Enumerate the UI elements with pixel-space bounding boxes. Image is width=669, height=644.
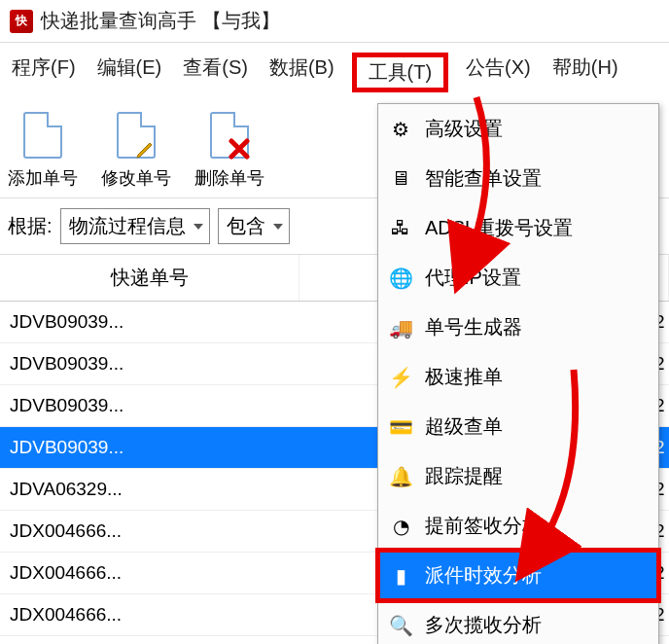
menu-item-monitor[interactable]: 🖥智能查单设置 [378,154,658,203]
filter-field-select[interactable]: 物流过程信息 [60,208,210,244]
menu-item-label: 极速推单 [425,364,503,390]
menu-item-label: 智能查单设置 [425,165,542,192]
truck-icon: 🚚 [388,315,413,340]
monitor-icon: 🖥 [388,166,413,192]
menu-item-label: ADSL重拨号设置 [425,215,573,241]
cell-tracking: JDVA06329... [0,469,299,511]
menu-item-network[interactable]: 🖧ADSL重拨号设置 [378,203,658,253]
menu-tools[interactable]: 工具(T) [352,53,449,92]
document-delete-icon [206,108,253,162]
app-icon: 快 [10,10,33,33]
globe-icon: 🌐 [388,266,413,291]
menu-bar: 程序(F) 编辑(E) 查看(S) 数据(B) 工具(T) 公告(X) 帮助(H… [0,43,669,104]
cell-tracking: JDX004666... [0,594,299,636]
menu-item-label: 派件时效分析 [425,562,542,589]
chart-bar-icon: ▮ [388,563,413,589]
delete-button[interactable]: 删除单号 [194,108,264,190]
cell-tracking: JDVB09039... [0,343,299,385]
chart-pie-icon: ◔ [388,514,413,539]
search-icon: 🔍 [388,613,413,638]
tools-dropdown: ⚙高级设置🖥智能查单设置🖧ADSL重拨号设置🌐代理IP设置🚚单号生成器⚡极速推单… [377,103,659,644]
title-bar: 快 快递批量查询高手 【与我】 [0,0,669,43]
window-title: 快递批量查询高手 【与我】 [41,8,280,34]
cell-tracking: JDVB09039... [0,302,299,343]
bell-icon: 🔔 [388,464,413,489]
network-icon: 🖧 [388,216,413,241]
menu-item-label: 单号生成器 [425,314,522,340]
menu-help[interactable]: 帮助(H) [548,53,622,92]
menu-view[interactable]: 查看(S) [179,53,252,92]
menu-item-search[interactable]: 🔍多次揽收分析 [378,600,658,644]
lightning-icon: ⚡ [388,365,413,390]
menu-edit[interactable]: 编辑(E) [93,53,166,92]
menu-program[interactable]: 程序(F) [8,53,80,92]
cell-tracking: JDVB09039... [0,385,299,427]
menu-item-globe[interactable]: 🌐代理IP设置 [378,253,658,303]
col-header-tracking[interactable]: 快递单号 [0,255,299,302]
menu-item-chart-bar[interactable]: ▮派件时效分析 [378,551,658,600]
menu-item-label: 代理IP设置 [425,265,521,291]
cell-tracking: JDVB09039... [0,427,299,469]
menu-item-label: 多次揽收分析 [425,612,542,638]
edit-label: 修改单号 [101,166,171,190]
document-icon [19,108,66,162]
edit-button[interactable]: 修改单号 [101,108,171,190]
menu-item-label: 高级设置 [425,116,503,142]
add-label: 添加单号 [8,166,78,190]
gear-icon: ⚙ [388,117,413,142]
menu-item-bell[interactable]: 🔔跟踪提醒 [378,451,658,501]
menu-item-label: 提前签收分析 [425,513,542,539]
menu-data[interactable]: 数据(B) [265,53,338,92]
menu-item-label: 超级查单 [425,413,503,440]
cell-tracking: JDX004666... [0,553,299,594]
document-edit-icon [113,108,159,162]
menu-item-chart-pie[interactable]: ◔提前签收分析 [378,501,658,551]
add-button[interactable]: 添加单号 [8,108,78,190]
filter-label: 根据: [8,213,53,239]
delete-label: 删除单号 [194,166,264,190]
menu-item-truck[interactable]: 🚚单号生成器 [378,303,658,352]
menu-item-gear[interactable]: ⚙高级设置 [378,104,658,154]
menu-item-lightning[interactable]: ⚡极速推单 [378,352,658,402]
cell-tracking: JDX004666... [0,511,299,553]
menu-item-label: 跟踪提醒 [425,463,503,489]
menu-announce[interactable]: 公告(X) [462,53,535,92]
card-icon: 💳 [388,414,413,440]
filter-op-select[interactable]: 包含 [218,208,290,244]
menu-item-card[interactable]: 💳超级查单 [378,402,658,451]
